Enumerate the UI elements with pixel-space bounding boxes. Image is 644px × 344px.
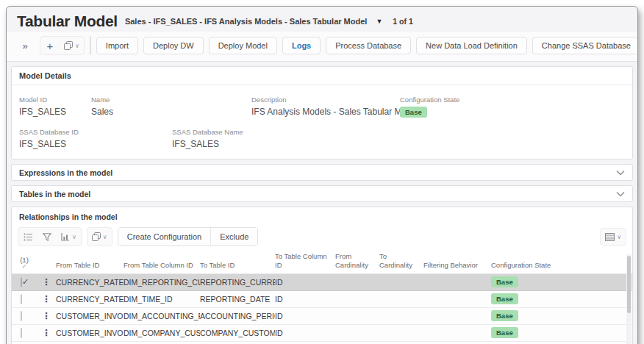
- model-details-body: Model ID IFS_SALES Name Sales Descriptio…: [12, 85, 632, 159]
- name-label: Name: [91, 96, 113, 104]
- table-row[interactable]: ⋮ CURRENCY_RATES DIM_REPORTING_CURRE REP…: [12, 274, 632, 291]
- row-checkbox[interactable]: [21, 328, 22, 338]
- page-title: Tabular Model: [17, 12, 118, 30]
- cell-to-table-column-id: ID: [275, 329, 335, 337]
- col-from-table-column-id[interactable]: From Table Column ID: [124, 261, 200, 270]
- ssas-database-name-label: SSAS Database Name: [172, 128, 243, 136]
- duplicate-rows-button[interactable]: ∨: [87, 228, 112, 246]
- relationships-exclude-button[interactable]: Exclude: [210, 228, 257, 246]
- process-database-button[interactable]: Process Database: [326, 37, 411, 54]
- cell-from-table-id: CURRENCY_RATES: [56, 295, 124, 304]
- tables-section[interactable]: Tables in the model: [11, 185, 633, 202]
- multi-select-button[interactable]: [18, 228, 37, 246]
- cell-to-table-id: REPORTING_DATE: [200, 295, 275, 304]
- chevron-down-icon[interactable]: [616, 191, 625, 197]
- command-toolbar: » + ∨ Create Configuration Exclude Impor…: [7, 32, 637, 62]
- ssas-database-name-value: IFS_SALES: [172, 139, 243, 149]
- chevron-down-icon: ∨: [72, 234, 76, 240]
- configuration-state-label: Configuration State: [400, 96, 459, 104]
- row-menu-kebab-icon[interactable]: ⋮: [37, 311, 56, 321]
- check-icon: ✓: [12, 264, 37, 270]
- cell-to-table-column-id: ID: [275, 312, 335, 320]
- row-menu-kebab-icon[interactable]: ⋮: [37, 294, 56, 304]
- page-subtitle: Sales - IFS_SALES - IFS Analysis Models …: [125, 17, 367, 26]
- cell-from-table-column-id: DIM_TIME_ID: [124, 295, 200, 304]
- record-count: 1 of 1: [393, 17, 412, 26]
- cell-to-table-column-id: ID: [275, 295, 335, 304]
- chevron-down-icon[interactable]: [616, 170, 625, 176]
- config-button-group: Create Configuration Exclude: [90, 36, 91, 55]
- row-configuration-state-badge: Base: [491, 276, 518, 287]
- record-selector-caret-icon[interactable]: ▼: [376, 18, 382, 25]
- col-to-table-id[interactable]: To Table ID: [200, 261, 275, 270]
- field-ssas-database-id: SSAS Database ID IFS_SALES: [19, 128, 79, 149]
- row-menu-kebab-icon[interactable]: ⋮: [37, 328, 56, 338]
- page-header: Tabular Model Sales - IFS_SALES - IFS An…: [7, 7, 637, 32]
- cell-from-table-id: CURRENCY_RATES: [56, 278, 124, 287]
- cell-from-table-column-id: DIM_REPORTING_CURRE: [124, 278, 200, 287]
- analyze-button[interactable]: ∨: [57, 228, 81, 246]
- scrollbar-thumb[interactable]: [627, 256, 631, 313]
- relationships-table-body: ⋮ CURRENCY_RATES DIM_REPORTING_CURRE REP…: [12, 274, 632, 344]
- view-options-button[interactable]: ∨: [600, 228, 626, 246]
- change-ssas-database-button[interactable]: Change SSAS Database: [532, 37, 638, 54]
- list-icon: [24, 233, 33, 241]
- row-checkbox[interactable]: [21, 294, 22, 304]
- create-configuration-button[interactable]: Create Configuration: [90, 37, 91, 54]
- col-filtering-behavior[interactable]: Filtering Behavior: [423, 261, 491, 270]
- row-configuration-state-badge: Base: [491, 327, 518, 338]
- expand-toolbar-button[interactable]: »: [15, 37, 35, 54]
- expressions-section-label: Expressions in the model: [19, 168, 112, 177]
- ssas-database-id-value: IFS_SALES: [19, 139, 79, 149]
- filter-button[interactable]: [37, 228, 57, 246]
- row-checkbox[interactable]: [21, 277, 22, 287]
- table-row[interactable]: ⋮ CURRENCY_RATES DIM_TIME_ID REPORTING_D…: [12, 291, 632, 308]
- chevron-down-icon: ∨: [75, 43, 79, 49]
- cell-to-table-id: COMPANY_CUSTOMER: [200, 329, 275, 337]
- app-window: Tabular Model Sales - IFS_SALES - IFS An…: [6, 6, 638, 344]
- row-menu-kebab-icon[interactable]: ⋮: [37, 277, 56, 287]
- col-to-cardinality[interactable]: To Cardinality: [379, 252, 423, 270]
- relationships-toolbar: ∨ ∨ Create Configuration Exclude: [12, 226, 632, 251]
- analyze-chart-icon: [61, 232, 70, 241]
- description-label: Description: [251, 96, 418, 104]
- add-button[interactable]: +: [40, 37, 60, 54]
- table-row[interactable]: ⋮ CUSTOMER_INVOICE DIM_COMPANY_CUSTOM CO…: [12, 325, 632, 342]
- relationships-config-group: Create Configuration Exclude: [118, 227, 259, 246]
- relationships-card: Relationships in the model: [11, 207, 633, 344]
- import-button[interactable]: Import: [96, 37, 138, 54]
- name-value: Sales: [91, 107, 113, 117]
- new-copy-group: + ∨: [40, 36, 85, 55]
- expressions-section[interactable]: Expressions in the model: [11, 164, 633, 181]
- relationships-table-header: (1) ✓ From Table ID From Table Column ID…: [12, 251, 632, 274]
- row-checkbox[interactable]: [21, 311, 22, 321]
- col-to-table-column-id[interactable]: To Table Column ID: [275, 252, 335, 270]
- row-configuration-state-badge: Base: [491, 293, 518, 304]
- table-row[interactable]: ⋮ CUSTOMER_INVOICE DIM_ACCOUNTING_PERI A…: [12, 308, 632, 325]
- model-details-header: Model Details: [12, 67, 632, 85]
- relationships-create-configuration-button[interactable]: Create Configuration: [118, 228, 211, 246]
- copy-icon: [64, 41, 73, 50]
- cell-to-table-column-id: ID: [275, 278, 335, 287]
- col-from-table-id[interactable]: From Table ID: [56, 261, 124, 270]
- field-ssas-database-name: SSAS Database Name IFS_SALES: [172, 128, 243, 149]
- cell-to-table-id: ACCOUNTING_PERIOD: [200, 312, 275, 320]
- col-from-cardinality[interactable]: From Cardinality: [335, 252, 379, 270]
- ssas-database-id-label: SSAS Database ID: [19, 128, 79, 136]
- selection-count: (1) ✓: [12, 257, 37, 270]
- deploy-dw-button[interactable]: Deploy DW: [143, 37, 204, 54]
- rows-view-icon: [605, 233, 615, 241]
- relationships-section-label: Relationships in the model: [12, 207, 632, 226]
- copy-group: ∨: [87, 227, 112, 246]
- field-configuration-state: Configuration State Base: [400, 96, 459, 118]
- deploy-model-button[interactable]: Deploy Model: [209, 37, 277, 54]
- cell-to-table-id: REPORTING_CURRENCY: [200, 278, 275, 287]
- chevron-down-icon: ∨: [617, 234, 621, 240]
- cell-from-table-column-id: DIM_COMPANY_CUSTOM: [124, 329, 200, 337]
- col-configuration-state[interactable]: Configuration State: [491, 261, 632, 270]
- logs-button[interactable]: Logs: [282, 37, 321, 54]
- duplicate-button[interactable]: ∨: [60, 37, 84, 54]
- vertical-scrollbar[interactable]: [626, 254, 632, 344]
- new-data-load-definition-button[interactable]: New Data Load Definition: [416, 37, 527, 54]
- cell-from-table-id: CUSTOMER_INVOICE: [56, 312, 124, 320]
